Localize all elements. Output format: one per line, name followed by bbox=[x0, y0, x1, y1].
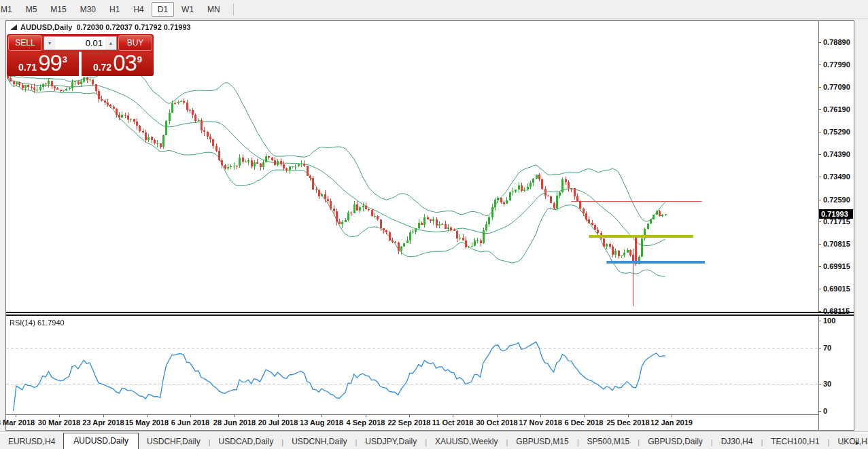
buy-price-tile[interactable]: 0.72 03 9 bbox=[82, 52, 154, 76]
date-tick bbox=[497, 415, 498, 417]
price-tick-label: 0.76190 bbox=[823, 105, 850, 113]
one-click-top-row: SELL ▼ ▲ BUY bbox=[7, 34, 154, 52]
price-tick bbox=[818, 311, 821, 312]
tab-gbpusd-m15[interactable]: GBPUSD,M15 bbox=[508, 434, 576, 449]
volume-increase-button[interactable]: ▲ bbox=[105, 37, 116, 50]
date-tick bbox=[672, 415, 672, 417]
price-tick bbox=[818, 87, 821, 88]
chart-symbol-label: AUDUSD,Daily bbox=[20, 23, 72, 31]
date-tick bbox=[628, 415, 629, 417]
date-tick-label: 11 Oct 2018 bbox=[432, 418, 474, 427]
buy-price-pipette: 9 bbox=[137, 54, 142, 65]
tab-xauusd-weekly[interactable]: XAUUSD,Weekly bbox=[427, 434, 506, 449]
price-tick-label: 0.70815 bbox=[823, 240, 850, 248]
date-tick-label: 4 Sep 2018 bbox=[347, 418, 385, 427]
one-click-price-row: 0.71 99 3 0.72 03 9 bbox=[7, 52, 154, 77]
tab-scroll-arrows: ◄ ► bbox=[839, 439, 865, 446]
tab-sp500-m15[interactable]: SP500,M15 bbox=[579, 434, 638, 449]
date-tick bbox=[103, 415, 104, 417]
date-tick-label: 8 Mar 2018 bbox=[0, 418, 35, 427]
tab-tech100-h1[interactable]: TECH100,H1 bbox=[763, 434, 827, 449]
date-tick bbox=[16, 415, 16, 417]
date-tick-label: 30 Mar 2018 bbox=[38, 418, 80, 427]
date-tick-label: 6 Dec 2018 bbox=[565, 418, 604, 427]
rsi-indicator-label: RSI(14) 61.7940 bbox=[10, 319, 65, 327]
date-tick bbox=[453, 415, 453, 417]
rsi-tick-label: 0 bbox=[823, 407, 827, 415]
volume-decrease-button[interactable]: ▼ bbox=[44, 37, 55, 50]
current-price-box: 0.71993 bbox=[819, 209, 853, 219]
rsi-tick-label: 100 bbox=[823, 317, 835, 325]
timeframe-button-h1[interactable]: H1 bbox=[103, 2, 126, 17]
date-tick-label: 23 Apr 2018 bbox=[82, 418, 124, 427]
chart-shift-icon[interactable] bbox=[10, 24, 18, 31]
rsi-indicator-canvas[interactable] bbox=[6, 316, 818, 414]
timeframe-button-mn[interactable]: MN bbox=[201, 2, 226, 17]
date-tick bbox=[59, 415, 60, 417]
price-tick-label: 0.75290 bbox=[823, 128, 850, 136]
timeframe-button-w1[interactable]: W1 bbox=[175, 2, 200, 17]
date-tick bbox=[409, 415, 410, 417]
tab-usdjpy-daily[interactable]: USDJPY,Daily bbox=[357, 434, 425, 449]
price-tick-label: 0.78890 bbox=[823, 38, 850, 46]
price-tick bbox=[818, 244, 821, 245]
date-tick bbox=[540, 415, 541, 417]
tab-eurusd-h4[interactable]: EURUSD,H4 bbox=[0, 434, 63, 449]
sell-price-big-digits: 99 bbox=[38, 52, 62, 75]
tab-usdcad-daily[interactable]: USDCAD,Daily bbox=[211, 434, 282, 449]
volume-input[interactable] bbox=[55, 37, 105, 50]
chart-title: AUDUSD,Daily 0.72030 0.72037 0.71792 0.7… bbox=[10, 22, 191, 32]
price-tick-label: 0.77090 bbox=[823, 83, 850, 91]
tab-usdcnh-daily[interactable]: USDCNH,Daily bbox=[283, 434, 355, 449]
price-tick-label: 0.74390 bbox=[823, 150, 850, 158]
date-tick-label: 28 Jun 2018 bbox=[213, 418, 256, 427]
timeframe-button-m15[interactable]: M15 bbox=[44, 2, 72, 17]
tab-scroll-left-icon[interactable]: ◄ bbox=[839, 439, 849, 446]
price-tick bbox=[818, 132, 821, 132]
sell-price-prefix: 0.71 bbox=[18, 62, 37, 73]
price-tick bbox=[818, 177, 821, 177]
timeframe-button-d1[interactable]: D1 bbox=[152, 2, 174, 17]
price-tick bbox=[818, 109, 821, 110]
sell-price-tile[interactable]: 0.71 99 3 bbox=[7, 52, 79, 76]
date-tick-label: 25 Dec 2018 bbox=[607, 418, 650, 427]
date-tick-label: 12 Jan 2019 bbox=[650, 418, 693, 427]
price-tick-label: 0.72590 bbox=[823, 196, 850, 204]
price-tick bbox=[818, 200, 821, 200]
price-tick bbox=[818, 289, 821, 289]
price-tick bbox=[818, 154, 821, 155]
panel-splitter[interactable] bbox=[6, 312, 854, 316]
tab-scroll-right-icon[interactable]: ► bbox=[854, 439, 865, 446]
price-tick bbox=[818, 42, 821, 43]
rsi-tick bbox=[818, 384, 821, 384]
volume-stepper: ▼ ▲ bbox=[44, 36, 117, 50]
timeframe-button-h4[interactable]: H4 bbox=[127, 2, 150, 17]
chevron-down-icon: ▼ bbox=[48, 41, 52, 46]
sell-price-pipette: 3 bbox=[63, 54, 67, 65]
timeframe-button-m30[interactable]: M30 bbox=[74, 2, 102, 17]
date-tick bbox=[147, 415, 147, 417]
price-tick bbox=[818, 65, 821, 65]
date-tick-label: 17 Nov 2018 bbox=[519, 418, 562, 427]
price-tick bbox=[818, 221, 821, 222]
timeframe-buttons: M1M5M15M30H1H4D1W1MN bbox=[0, 2, 227, 17]
tab-usdchf-daily[interactable]: USDCHF,Daily bbox=[139, 434, 209, 449]
timeframe-button-m5[interactable]: M5 bbox=[20, 2, 44, 17]
price-tick-label: 0.69915 bbox=[823, 262, 850, 270]
date-tick bbox=[235, 415, 235, 417]
buy-price-big-digits: 03 bbox=[113, 52, 137, 75]
date-tick-label: 6 Jun 2018 bbox=[171, 418, 209, 427]
toolbar-separator bbox=[233, 3, 234, 16]
buy-button[interactable]: BUY bbox=[118, 35, 152, 51]
price-tick-label: 0.68115 bbox=[823, 307, 850, 315]
timeframe-button-m1[interactable]: M1 bbox=[0, 2, 18, 17]
date-tick-label: 30 Oct 2018 bbox=[476, 418, 517, 427]
rsi-tick bbox=[818, 348, 821, 348]
tab-dj30-h4[interactable]: DJ30,H4 bbox=[713, 434, 761, 449]
tab-gbpusd-daily[interactable]: GBPUSD,Daily bbox=[640, 434, 711, 449]
price-tick-label: 0.69015 bbox=[823, 285, 850, 293]
tab-audusd-daily[interactable]: AUDUSD,Daily bbox=[63, 433, 139, 449]
price-tick-label: 0.73490 bbox=[823, 173, 850, 181]
buy-price-prefix: 0.72 bbox=[93, 62, 111, 73]
sell-button[interactable]: SELL bbox=[8, 35, 42, 51]
